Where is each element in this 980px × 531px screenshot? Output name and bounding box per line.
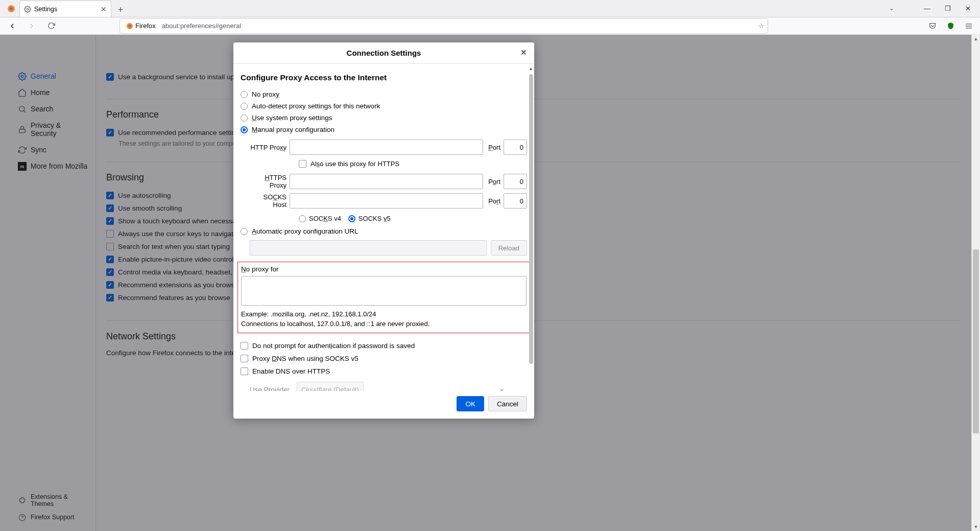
- proxy-dns-label: Proxy DNS when using SOCKS v5: [252, 355, 358, 362]
- firefox-menu-icon[interactable]: [3, 1, 19, 17]
- radio-auto-detect[interactable]: Auto-detect proxy settings for this netw…: [241, 100, 527, 112]
- identity-label: Firefox: [135, 22, 156, 30]
- http-proxy-label: HTTP Proxy: [250, 144, 286, 151]
- back-button[interactable]: [5, 19, 19, 33]
- shield-icon[interactable]: [947, 22, 954, 30]
- tabs-dropdown-icon[interactable]: ⌄: [889, 5, 894, 12]
- enable-doh-label: Enable DNS over HTTPS: [252, 367, 330, 375]
- cancel-button[interactable]: Cancel: [488, 396, 527, 411]
- bookmark-star-icon[interactable]: ☆: [758, 22, 764, 30]
- doh-provider-row: Use Provider Cloudflare (Default): [250, 382, 527, 391]
- forward-button[interactable]: [25, 19, 39, 33]
- tab-title: Settings: [34, 6, 57, 13]
- manual-proxy-grid: HTTP Proxy Port Also use this proxy for …: [250, 140, 527, 225]
- dialog-scroll-thumb[interactable]: [529, 74, 533, 364]
- radio-icon: [241, 228, 248, 235]
- close-tab-icon[interactable]: ✕: [101, 5, 107, 13]
- radio-icon: [241, 126, 248, 133]
- no-proxy-label: No proxy for: [241, 264, 527, 276]
- no-proxy-highlight: No proxy for Example: .mozilla.org, .net…: [237, 262, 530, 333]
- socks-v4-label: SOCKS v4: [309, 215, 341, 222]
- dialog-heading: Configure Proxy Access to the Internet: [241, 73, 527, 82]
- use-provider-label: Use Provider: [250, 386, 290, 391]
- no-auth-prompt-row: Do not prompt for authentication if pass…: [241, 339, 527, 352]
- gear-icon: [24, 6, 31, 13]
- svg-point-2: [27, 8, 29, 10]
- app-menu-icon[interactable]: [965, 22, 973, 30]
- radio-icon: [241, 114, 248, 122]
- socks-host-label: SOCKS Host: [250, 193, 286, 209]
- url-bar[interactable]: Firefox about:preferences#general ☆: [119, 18, 768, 34]
- svg-point-4: [128, 25, 131, 28]
- radio-manual-proxy[interactable]: Manual proxy configuration: [241, 124, 527, 135]
- radio-socks-v4[interactable]: SOCKS v4: [299, 215, 341, 222]
- dialog-scrollbar[interactable]: ▲: [529, 74, 533, 389]
- no-proxy-example: Example: .mozilla.org, .net.nz, 192.168.…: [241, 307, 527, 319]
- no-auth-prompt-label: Do not prompt for authentication if pass…: [252, 342, 415, 350]
- radio-system-proxy[interactable]: Use system proxy settings: [241, 112, 527, 124]
- http-port-input[interactable]: [504, 140, 527, 155]
- https-proxy-label: HTTPS Proxy: [250, 174, 286, 189]
- radio-label: No proxy: [252, 90, 279, 98]
- radio-label: Use system proxy settings: [252, 114, 332, 122]
- scroll-up-icon[interactable]: ▲: [529, 66, 533, 71]
- no-auth-prompt-checkbox[interactable]: [241, 342, 248, 350]
- nav-toolbar: Firefox about:preferences#general ☆: [0, 17, 980, 35]
- radio-label: Automatic proxy configuration URL: [252, 227, 358, 235]
- socks-port-label: Port: [488, 197, 500, 205]
- page-scrollbar[interactable]: ▲ ▼: [971, 35, 980, 531]
- also-https-label: Also use this proxy for HTTPS: [310, 160, 399, 168]
- socks-port-input[interactable]: [504, 193, 527, 209]
- radio-socks-v5[interactable]: SOCKS v5: [348, 215, 391, 222]
- url-text: about:preferences#general: [162, 22, 241, 30]
- enable-doh-row: Enable DNS over HTTPS: [241, 365, 527, 378]
- socks-host-input[interactable]: [290, 193, 483, 209]
- radio-label: Manual proxy configuration: [252, 126, 334, 133]
- proxy-dns-row: Proxy DNS when using SOCKS v5: [241, 352, 527, 365]
- maximize-icon[interactable]: ❐: [945, 5, 951, 12]
- connection-settings-dialog: Connection Settings ✕ Configure Proxy Ac…: [233, 42, 534, 419]
- pac-url-input: [250, 240, 487, 256]
- https-port-input[interactable]: [504, 174, 527, 189]
- window-controls: ⌄ — ❐ ✕: [889, 0, 980, 17]
- no-proxy-note: Connections to localhost, 127.0.0.1/8, a…: [241, 319, 527, 329]
- minimize-icon[interactable]: —: [924, 5, 930, 12]
- svg-point-1: [10, 7, 13, 11]
- radio-label: Auto-detect proxy settings for this netw…: [252, 102, 380, 110]
- https-port-label: Port: [488, 178, 500, 186]
- radio-icon: [348, 215, 355, 222]
- dialog-title-bar: Connection Settings ✕: [233, 42, 534, 64]
- tab-strip: Settings ✕ + ⌄ — ❐ ✕: [0, 0, 980, 17]
- reload-button[interactable]: [44, 19, 58, 33]
- identity-box[interactable]: Firefox: [123, 21, 159, 31]
- dialog-title: Connection Settings: [347, 49, 421, 57]
- new-tab-button[interactable]: +: [113, 3, 128, 17]
- enable-doh-checkbox[interactable]: [241, 367, 248, 375]
- no-proxy-textarea[interactable]: [241, 276, 527, 306]
- doh-provider-select: Cloudflare (Default): [297, 382, 364, 391]
- scroll-down-icon[interactable]: ▼: [972, 523, 980, 531]
- ok-button[interactable]: OK: [457, 396, 484, 411]
- dialog-footer: OK Cancel: [233, 391, 534, 419]
- radio-no-proxy[interactable]: No proxy: [241, 88, 527, 100]
- dialog-body: Configure Proxy Access to the Internet N…: [233, 64, 534, 391]
- https-proxy-input[interactable]: [290, 174, 483, 189]
- save-pocket-icon[interactable]: [928, 22, 937, 30]
- browser-tab[interactable]: Settings ✕: [19, 1, 111, 17]
- scroll-thumb[interactable]: [973, 249, 979, 433]
- dialog-close-button[interactable]: ✕: [518, 47, 529, 58]
- radio-icon: [241, 91, 248, 98]
- close-window-icon[interactable]: ✕: [965, 5, 971, 12]
- radio-pac-url[interactable]: Automatic proxy configuration URL: [241, 225, 527, 237]
- radio-icon: [241, 103, 248, 110]
- reload-pac-button: Reload: [491, 240, 527, 256]
- proxy-dns-checkbox[interactable]: [241, 355, 248, 362]
- radio-icon: [299, 215, 306, 222]
- also-https-checkbox[interactable]: [299, 160, 306, 168]
- socks-v5-label: SOCKS v5: [358, 215, 391, 222]
- scroll-up-icon[interactable]: ▲: [972, 35, 980, 43]
- http-proxy-input[interactable]: [290, 140, 483, 155]
- http-port-label: Port: [488, 144, 500, 151]
